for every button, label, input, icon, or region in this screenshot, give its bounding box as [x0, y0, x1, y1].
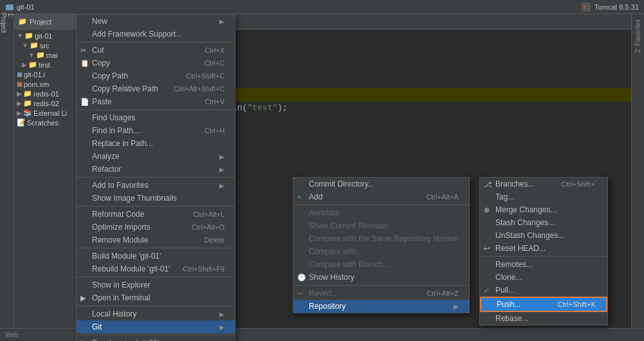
- divider: [77, 42, 235, 42]
- menu-optimize-imports[interactable]: Optimize Imports Ctrl+Alt+O: [77, 221, 235, 234]
- file-icon: ◼: [17, 80, 23, 88]
- submenu-arrow: ▶: [219, 166, 225, 173]
- divider: [77, 206, 235, 207]
- submenu-arrow: ▶: [219, 182, 225, 189]
- tree-arrow: ▼: [17, 32, 23, 39]
- copy-icon: 📋: [80, 59, 89, 68]
- branch-icon: ⎇: [484, 180, 492, 189]
- tree-arrow: ▶: [22, 61, 27, 68]
- menu-synchronize[interactable]: ↻ Synchronize 'git-01': [77, 336, 235, 341]
- tomcat-label: Tomcat 8.5.31: [594, 3, 639, 11]
- menu-open-terminal[interactable]: ▶ Open in Terminal: [77, 291, 235, 304]
- submenu-arrow: ▶: [219, 311, 225, 318]
- title-icon: git-01: [5, 3, 35, 12]
- context-menu-main: New ▶ Add Framework Support... ✂ Cut Ctr…: [76, 14, 235, 341]
- pull-icon: ✓: [484, 286, 490, 295]
- menu-compare-with: Compare with...: [293, 245, 469, 258]
- menu-pull[interactable]: ✓ Pull...: [480, 284, 607, 297]
- menu-paste[interactable]: 📄 Paste Ctrl+V: [77, 95, 235, 108]
- menu-add[interactable]: + Add Ctrl+Alt+A: [293, 190, 469, 203]
- divider: [77, 109, 235, 110]
- menu-add-favorites[interactable]: Add to Favorites ▶: [77, 179, 235, 192]
- submenu-arrow: ▶: [219, 153, 225, 160]
- menu-rebuild-module[interactable]: Rebuild Module 'git-01' Ctrl+Shift+F9: [77, 263, 235, 275]
- favorites-strip: 2: Favorites: [631, 14, 644, 328]
- context-menu-repository: ⎇ Branches... Ctrl+Shift+` Tag... ⊕ Merg…: [479, 177, 608, 326]
- bottom-bar-text: Web: [5, 331, 18, 338]
- project-icon: 📁: [18, 17, 27, 26]
- menu-show-current-rev: Show Current Revision: [293, 219, 469, 232]
- sidebar-project-tab[interactable]: 1: Project: [1, 17, 13, 28]
- context-menu-git: Commit Directory... + Add Ctrl+Alt+A Ann…: [293, 177, 470, 313]
- menu-stash[interactable]: Stash Changes...: [480, 216, 607, 229]
- tree-arrow: ▶: [17, 90, 22, 97]
- terminal-icon: ▶: [80, 294, 86, 302]
- menu-find-path[interactable]: Find in Path... Ctrl+H: [77, 124, 235, 137]
- tree-arrow: ▼: [22, 42, 28, 49]
- merge-icon: ⊕: [484, 206, 490, 214]
- favorites-label[interactable]: 2: Favorites: [634, 14, 641, 58]
- cut-icon: ✂: [80, 46, 86, 55]
- menu-unstash[interactable]: UnStash Changes...: [480, 229, 607, 242]
- menu-rebase[interactable]: Rebase...: [480, 312, 607, 325]
- folder-icon: 📁: [28, 60, 37, 69]
- title-bar: git-01 T Tomcat 8.5.31: [0, 0, 644, 14]
- menu-reformat[interactable]: Reformat Code Ctrl+Alt+L: [77, 208, 235, 221]
- divider: [77, 306, 235, 306]
- divider: [77, 248, 235, 248]
- add-icon: +: [297, 193, 301, 201]
- menu-branches[interactable]: ⎇ Branches... Ctrl+Shift+`: [480, 178, 607, 190]
- menu-remotes[interactable]: Remotes...: [480, 258, 607, 271]
- folder-icon: 📁: [30, 41, 39, 50]
- left-sidebar-strip: 1: Project: [0, 14, 14, 341]
- svg-text:T: T: [583, 5, 586, 10]
- divider: [293, 205, 469, 205]
- history-icon: 🕐: [297, 273, 306, 282]
- menu-image-thumbnails[interactable]: Show Image Thumbnails: [77, 192, 235, 205]
- menu-cut[interactable]: ✂ Cut Ctrl+X: [77, 44, 235, 57]
- menu-add-framework[interactable]: Add Framework Support...: [77, 28, 235, 41]
- menu-build-module[interactable]: Build Module 'git-01': [77, 250, 235, 263]
- menu-refactor[interactable]: Refactor ▶: [77, 163, 235, 176]
- menu-tag[interactable]: Tag...: [480, 190, 607, 203]
- title-text: git-01: [17, 3, 35, 11]
- submenu-arrow: ▶: [219, 324, 225, 331]
- menu-clone[interactable]: Clone...: [480, 271, 607, 284]
- menu-replace-path[interactable]: Replace in Path...: [77, 137, 235, 150]
- menu-show-history[interactable]: 🕐 Show History: [293, 271, 469, 284]
- revert-icon: ↩: [297, 290, 303, 298]
- menu-commit-dir[interactable]: Commit Directory...: [293, 178, 469, 190]
- folder-icon: 📁: [36, 51, 45, 59]
- tree-arrow: ▶: [17, 109, 22, 116]
- menu-merge[interactable]: ⊕ Merge Changes...: [480, 203, 607, 216]
- menu-copy-path[interactable]: Copy Path Ctrl+Shift+C: [77, 69, 235, 82]
- menu-local-history[interactable]: Local History ▶: [77, 308, 235, 320]
- divider: [77, 277, 235, 277]
- menu-copy[interactable]: 📋 Copy Ctrl+C: [77, 57, 235, 69]
- menu-new[interactable]: New ▶: [77, 15, 235, 28]
- menu-reset-head[interactable]: ↩ Reset HEAD...: [480, 242, 607, 255]
- divider: [480, 256, 607, 257]
- svg-rect-0: [6, 5, 14, 10]
- menu-show-explorer[interactable]: Show in Explorer: [77, 279, 235, 291]
- divider: [77, 335, 235, 335]
- file-icon: ◼: [17, 70, 23, 78]
- menu-find-usages[interactable]: Find Usages: [77, 111, 235, 124]
- menu-remove-module[interactable]: Remove Module Delete: [77, 234, 235, 246]
- scratches-icon: 📝: [17, 118, 26, 127]
- menu-copy-relative[interactable]: Copy Relative Path Ctrl+Alt+Shift+C: [77, 82, 235, 95]
- folder-icon: 📁: [23, 89, 32, 98]
- menu-git[interactable]: Git ▶: [77, 320, 235, 333]
- folder-icon: 📁: [24, 32, 33, 40]
- reset-icon: ↩: [484, 244, 490, 253]
- menu-push[interactable]: Push... Ctrl+Shift+K: [480, 297, 607, 312]
- tree-arrow: ▼: [28, 51, 35, 59]
- menu-analyze[interactable]: Analyze ▶: [77, 150, 235, 163]
- menu-repository[interactable]: Repository ▶: [293, 300, 469, 313]
- divider: [77, 177, 235, 178]
- submenu-arrow: ▶: [454, 303, 459, 310]
- library-icon: 📚: [23, 109, 32, 117]
- divider: [293, 285, 469, 286]
- menu-annotate: Annotate: [293, 207, 469, 219]
- submenu-arrow: ▶: [219, 18, 225, 25]
